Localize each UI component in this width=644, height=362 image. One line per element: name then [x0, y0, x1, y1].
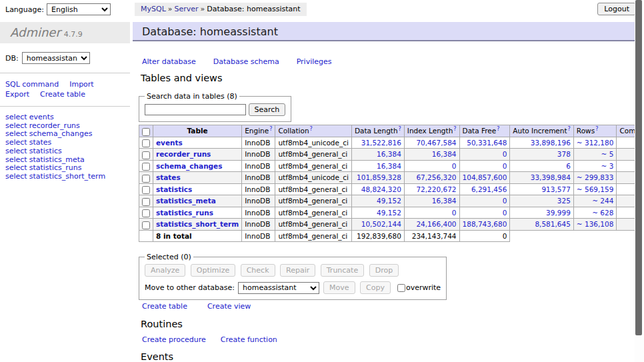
- bulk-action-button[interactable]: Optimize: [191, 264, 235, 277]
- row-checkbox[interactable]: [142, 163, 150, 171]
- create-procedure-link[interactable]: Create procedure: [142, 335, 206, 344]
- table-name-link[interactable]: states: [156, 173, 181, 181]
- index-length-link[interactable]: 0: [452, 209, 457, 217]
- database-schema-link[interactable]: Database schema: [213, 57, 279, 66]
- sidebar-table-link[interactable]: schema_changes: [29, 129, 93, 138]
- table-name-link[interactable]: statistics_meta: [156, 197, 216, 205]
- data-length-link[interactable]: 101,859,328: [357, 173, 401, 181]
- rows-link[interactable]: ~ 3: [601, 162, 614, 170]
- column-help-link[interactable]: ?: [399, 126, 401, 132]
- row-checkbox[interactable]: [142, 186, 150, 194]
- rows-link[interactable]: ~ 136,108: [577, 220, 614, 228]
- create-view-link[interactable]: Create view: [207, 302, 251, 311]
- db-select[interactable]: homeassistant: [22, 52, 90, 64]
- breadcrumb-server-link[interactable]: Server: [175, 5, 199, 13]
- sidebar-select-link[interactable]: select: [5, 113, 27, 121]
- copy-button[interactable]: Copy: [360, 281, 391, 294]
- sidebar-table-link[interactable]: states: [29, 138, 52, 147]
- index-length-link[interactable]: 16,384: [432, 150, 457, 158]
- column-help-link[interactable]: ?: [568, 126, 571, 132]
- data-free-link[interactable]: 50,331,648: [467, 139, 507, 147]
- sidebar-table-link[interactable]: statistics_short_term: [29, 172, 105, 181]
- export-link[interactable]: Export: [5, 90, 29, 99]
- row-checkbox[interactable]: [142, 198, 150, 206]
- index-length-link[interactable]: 0: [452, 162, 457, 170]
- data-length-link[interactable]: 31,522,816: [361, 139, 401, 147]
- create-table-nav-link[interactable]: Create table: [40, 90, 85, 99]
- bulk-action-button[interactable]: Repair: [280, 264, 315, 277]
- index-length-link[interactable]: 67,256,320: [416, 173, 456, 181]
- sidebar-select-link[interactable]: select: [5, 155, 27, 164]
- index-length-link[interactable]: 24,166,400: [416, 220, 456, 228]
- select-all-checkbox[interactable]: [142, 128, 150, 136]
- table-name-link[interactable]: statistics_runs: [156, 209, 213, 217]
- sidebar-table-link[interactable]: statistics_runs: [29, 163, 82, 172]
- data-length-link[interactable]: 49,152: [377, 209, 401, 217]
- data-free-link[interactable]: 0: [503, 197, 507, 205]
- bulk-action-button[interactable]: Drop: [369, 264, 399, 277]
- auto-increment-link[interactable]: 39,999: [546, 209, 571, 217]
- search-input[interactable]: [145, 104, 246, 115]
- data-free-link[interactable]: 0: [503, 209, 507, 217]
- bulk-action-button[interactable]: Check: [241, 264, 275, 277]
- table-name-link[interactable]: events: [156, 139, 183, 147]
- sidebar-table-link[interactable]: events: [29, 113, 54, 121]
- rows-link[interactable]: ~ 312,180: [577, 139, 614, 147]
- index-length-link[interactable]: 72,220,672: [416, 185, 456, 193]
- sidebar-select-link[interactable]: select: [5, 163, 27, 172]
- data-length-link[interactable]: 48,824,320: [361, 185, 401, 193]
- auto-increment-link[interactable]: 913,577: [541, 185, 570, 193]
- rows-link[interactable]: ~ 628: [592, 209, 613, 217]
- breadcrumb-mysql-link[interactable]: MySQL: [141, 5, 166, 13]
- data-length-link[interactable]: 16,384: [377, 150, 401, 158]
- data-free-link[interactable]: 104,857,600: [463, 173, 507, 181]
- data-length-link[interactable]: 10,502,144: [361, 220, 401, 228]
- auto-increment-link[interactable]: 325: [557, 197, 571, 205]
- row-checkbox[interactable]: [142, 175, 150, 183]
- row-checkbox[interactable]: [142, 209, 150, 217]
- sidebar-table-link[interactable]: recorder_runs: [29, 121, 80, 130]
- auto-increment-link[interactable]: 33,398,984: [531, 173, 571, 181]
- sidebar-select-link[interactable]: select: [5, 129, 27, 138]
- row-checkbox[interactable]: [142, 151, 150, 159]
- row-checkbox[interactable]: [142, 221, 150, 229]
- bulk-action-button[interactable]: Truncate: [321, 264, 364, 277]
- sidebar-table-link[interactable]: statistics: [29, 147, 62, 155]
- data-length-link[interactable]: 49,152: [377, 197, 401, 205]
- rows-link[interactable]: ~ 5: [601, 150, 614, 158]
- alter-database-link[interactable]: Alter database: [142, 57, 196, 66]
- scrollbar-track[interactable]: [635, 0, 644, 362]
- column-help-link[interactable]: ?: [269, 126, 272, 132]
- sidebar-select-link[interactable]: select: [5, 172, 27, 181]
- sidebar-select-link[interactable]: select: [5, 138, 27, 147]
- rows-link[interactable]: ~ 244: [592, 197, 613, 205]
- search-button[interactable]: Search: [249, 103, 286, 116]
- table-name-link[interactable]: recorder_runs: [156, 150, 211, 158]
- column-help-link[interactable]: ?: [497, 126, 499, 132]
- move-db-select[interactable]: homeassistant: [238, 282, 319, 294]
- data-free-link[interactable]: 0: [503, 162, 507, 170]
- table-name-link[interactable]: statistics_short_term: [156, 220, 239, 228]
- import-link[interactable]: Import: [69, 80, 94, 89]
- table-name-link[interactable]: schema_changes: [156, 162, 223, 170]
- sidebar-select-link[interactable]: select: [5, 147, 27, 155]
- auto-increment-link[interactable]: 8,581,645: [535, 220, 570, 228]
- data-length-link[interactable]: 16,384: [377, 162, 401, 170]
- move-button[interactable]: Move: [323, 281, 355, 294]
- rows-link[interactable]: ~ 569,159: [577, 185, 614, 193]
- language-select[interactable]: English: [47, 3, 111, 15]
- create-table-link[interactable]: Create table: [142, 302, 187, 311]
- index-length-link[interactable]: 70,467,584: [416, 139, 456, 147]
- column-help-link[interactable]: ?: [453, 126, 456, 132]
- data-free-link[interactable]: 6,291,456: [471, 185, 507, 193]
- scrollbar-thumb[interactable]: [635, 0, 642, 335]
- sql-command-link[interactable]: SQL command: [5, 80, 59, 89]
- bulk-action-button[interactable]: Analyze: [145, 264, 185, 277]
- auto-increment-link[interactable]: 6: [566, 162, 571, 170]
- data-free-link[interactable]: 0: [503, 150, 507, 158]
- table-name-link[interactable]: statistics: [156, 185, 192, 193]
- column-help-link[interactable]: ?: [595, 126, 598, 132]
- sidebar-select-link[interactable]: select: [5, 121, 27, 130]
- auto-increment-link[interactable]: 378: [557, 150, 571, 158]
- privileges-link[interactable]: Privileges: [297, 57, 332, 66]
